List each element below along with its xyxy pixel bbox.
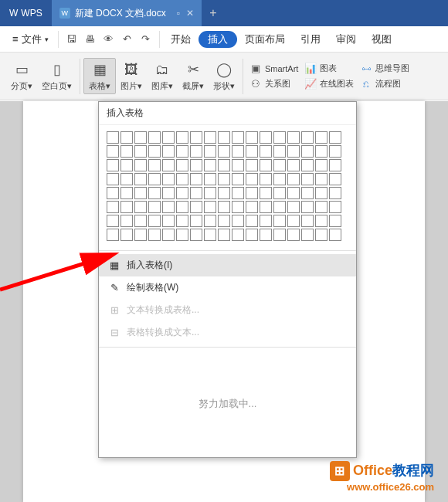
grid-cell[interactable]	[315, 173, 328, 185]
grid-cell[interactable]	[162, 159, 175, 171]
grid-cell[interactable]	[120, 145, 133, 158]
tab-close-icon[interactable]: ✕	[186, 8, 194, 19]
grid-cell[interactable]	[218, 201, 230, 213]
grid-cell[interactable]	[148, 173, 161, 185]
grid-cell[interactable]	[134, 229, 147, 241]
tab-layout[interactable]: 页面布局	[237, 26, 293, 53]
grid-cell[interactable]	[260, 173, 272, 185]
shapes-button[interactable]: ◯ 形状▾	[209, 59, 239, 93]
save-button[interactable]: 🖫	[63, 31, 80, 48]
grid-cell[interactable]	[120, 131, 133, 144]
grid-cell[interactable]	[218, 187, 230, 199]
grid-cell[interactable]	[190, 145, 202, 158]
grid-cell[interactable]	[260, 215, 272, 227]
page-break-button[interactable]: ▭ 分页▾	[6, 59, 37, 93]
grid-cell[interactable]	[329, 229, 341, 241]
grid-cell[interactable]	[246, 145, 258, 158]
grid-cell[interactable]	[301, 131, 314, 144]
grid-cell[interactable]	[176, 201, 188, 213]
grid-cell[interactable]	[218, 215, 230, 227]
grid-cell[interactable]	[329, 187, 341, 199]
smartart-button[interactable]: ▣ SmartArt	[246, 62, 301, 76]
grid-cell[interactable]	[301, 173, 314, 185]
grid-cell[interactable]	[176, 173, 188, 185]
grid-cell[interactable]	[190, 159, 202, 171]
grid-cell[interactable]	[204, 131, 216, 144]
print-button[interactable]: 🖶	[82, 31, 99, 48]
grid-cell[interactable]	[148, 187, 161, 199]
flowchart-button[interactable]: ⎌ 流程图	[357, 77, 412, 91]
tab-pin-icon[interactable]: ▫	[177, 8, 180, 19]
grid-cell[interactable]	[315, 215, 328, 227]
document-tab[interactable]: W 新建 DOCX 文档.docx ▫ ✕	[52, 0, 202, 26]
grid-cell[interactable]	[246, 131, 258, 144]
grid-cell[interactable]	[273, 229, 286, 241]
grid-cell[interactable]	[232, 173, 244, 185]
grid-cell[interactable]	[287, 131, 300, 144]
grid-cell[interactable]	[315, 159, 328, 171]
grid-cell[interactable]	[190, 187, 202, 199]
grid-cell[interactable]	[107, 159, 119, 171]
grid-cell[interactable]	[232, 159, 244, 171]
grid-cell[interactable]	[148, 215, 161, 227]
grid-cell[interactable]	[218, 145, 230, 158]
grid-cell[interactable]	[120, 229, 133, 241]
grid-cell[interactable]	[232, 215, 244, 227]
grid-cell[interactable]	[162, 229, 175, 241]
grid-cell[interactable]	[273, 173, 286, 185]
gallery-button[interactable]: 🗂 图库▾	[147, 59, 178, 93]
relation-chart-button[interactable]: ⚇ 关系图	[246, 77, 301, 91]
grid-cell[interactable]	[329, 173, 341, 185]
grid-cell[interactable]	[329, 201, 341, 213]
tab-references[interactable]: 引用	[293, 26, 328, 53]
grid-cell[interactable]	[134, 187, 147, 199]
grid-cell[interactable]	[176, 159, 188, 171]
grid-cell[interactable]	[120, 215, 133, 227]
grid-cell[interactable]	[329, 131, 341, 144]
file-menu[interactable]: ≡ 文件 ▾	[6, 32, 55, 46]
grid-cell[interactable]	[218, 131, 230, 144]
grid-cell[interactable]	[301, 145, 314, 158]
tab-view[interactable]: 视图	[364, 26, 399, 53]
grid-cell[interactable]	[218, 229, 230, 241]
grid-cell[interactable]	[246, 173, 258, 185]
grid-cell[interactable]	[273, 187, 286, 199]
grid-cell[interactable]	[134, 173, 147, 185]
grid-cell[interactable]	[134, 215, 147, 227]
grid-cell[interactable]	[204, 229, 216, 241]
redo-button[interactable]: ↷	[137, 31, 154, 48]
grid-cell[interactable]	[134, 159, 147, 171]
grid-cell[interactable]	[315, 229, 328, 241]
grid-cell[interactable]	[329, 145, 341, 158]
grid-cell[interactable]	[204, 201, 216, 213]
grid-cell[interactable]	[107, 173, 119, 185]
chart-button[interactable]: 📊 图表	[301, 62, 357, 76]
grid-cell[interactable]	[260, 159, 272, 171]
grid-cell[interactable]	[148, 229, 161, 241]
grid-cell[interactable]	[176, 215, 188, 227]
grid-cell[interactable]	[134, 201, 147, 213]
grid-cell[interactable]	[301, 187, 314, 199]
grid-cell[interactable]	[218, 173, 230, 185]
grid-cell[interactable]	[162, 131, 175, 144]
grid-cell[interactable]	[218, 159, 230, 171]
grid-cell[interactable]	[162, 215, 175, 227]
grid-cell[interactable]	[329, 159, 341, 171]
grid-cell[interactable]	[148, 201, 161, 213]
grid-cell[interactable]	[134, 145, 147, 158]
grid-cell[interactable]	[232, 187, 244, 199]
grid-cell[interactable]	[148, 131, 161, 144]
grid-cell[interactable]	[162, 173, 175, 185]
grid-cell[interactable]	[162, 187, 175, 199]
grid-cell[interactable]	[315, 201, 328, 213]
grid-cell[interactable]	[190, 173, 202, 185]
grid-cell[interactable]	[287, 159, 300, 171]
grid-cell[interactable]	[232, 131, 244, 144]
grid-cell[interactable]	[176, 145, 188, 158]
new-tab-button[interactable]: +	[202, 0, 225, 26]
grid-cell[interactable]	[162, 145, 175, 158]
tab-review[interactable]: 审阅	[328, 26, 364, 53]
grid-cell[interactable]	[273, 159, 286, 171]
grid-cell[interactable]	[107, 145, 119, 158]
grid-cell[interactable]	[204, 173, 216, 185]
